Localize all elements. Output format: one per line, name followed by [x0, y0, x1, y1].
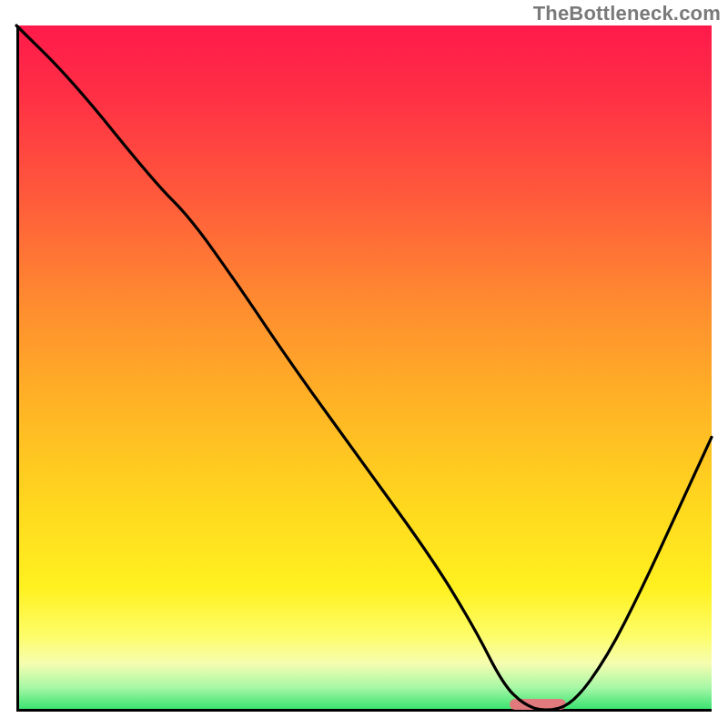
- bottleneck-curve: [16, 25, 712, 712]
- plot-area: [16, 25, 712, 712]
- watermark-text: TheBottleneck.com: [533, 2, 721, 25]
- chart-canvas: TheBottleneck.com: [0, 0, 728, 728]
